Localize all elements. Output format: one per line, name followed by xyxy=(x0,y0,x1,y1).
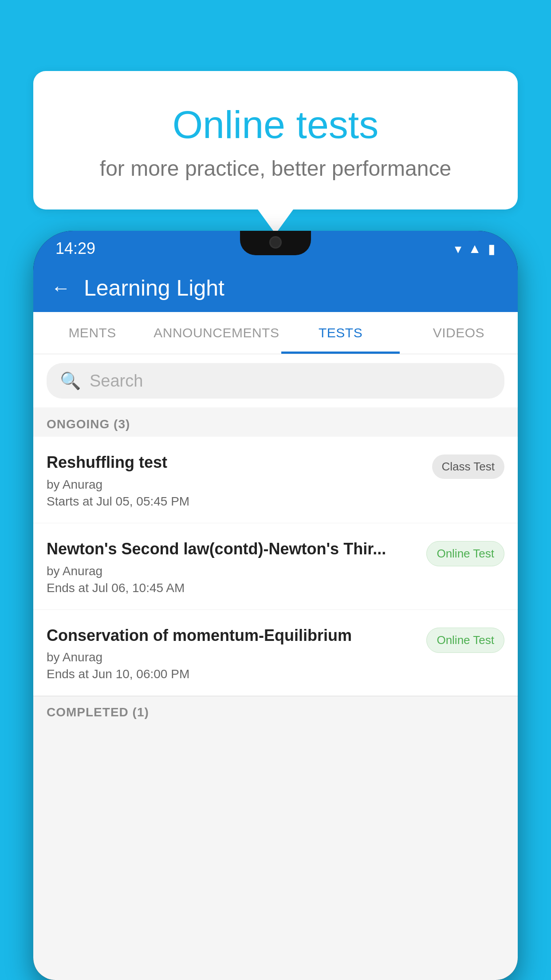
speech-bubble-arrow xyxy=(258,209,293,234)
ongoing-section-header: ONGOING (3) xyxy=(33,407,518,437)
notch-camera xyxy=(269,236,282,249)
back-button[interactable]: ← xyxy=(51,277,71,299)
signal-icon: ▲ xyxy=(468,241,481,256)
test-time-3: Ends at Jun 10, 06:00 PM xyxy=(47,667,417,681)
search-input[interactable]: Search xyxy=(90,371,143,391)
test-time-2: Ends at Jul 06, 10:45 AM xyxy=(47,581,417,595)
test-item-3[interactable]: Conservation of momentum-Equilibrium by … xyxy=(33,610,518,696)
test-time-1: Starts at Jul 05, 05:45 PM xyxy=(47,494,423,509)
app-header-title: Learning Light xyxy=(84,275,224,301)
test-item-2[interactable]: Newton's Second law(contd)-Newton's Thir… xyxy=(33,523,518,610)
ongoing-label: ONGOING (3) xyxy=(47,417,130,431)
tabs-bar: MENTS ANNOUNCEMENTS TESTS VIDEOS xyxy=(33,312,518,354)
phone-content: 🔍 Search ONGOING (3) Reshuffling test by… xyxy=(33,354,518,980)
phone-notch xyxy=(240,231,311,255)
test-author-2: by Anurag xyxy=(47,564,417,578)
status-time: 14:29 xyxy=(55,239,95,258)
test-list: Reshuffling test by Anurag Starts at Jul… xyxy=(33,437,518,696)
test-title-3: Conservation of momentum-Equilibrium xyxy=(47,625,417,646)
tab-ments[interactable]: MENTS xyxy=(33,312,151,354)
completed-section-header: COMPLETED (1) xyxy=(33,696,518,726)
test-author-3: by Anurag xyxy=(47,650,417,664)
speech-bubble-subtitle: for more practice, better performance xyxy=(60,156,491,181)
speech-bubble-title: Online tests xyxy=(60,102,491,147)
test-badge-2: Online Test xyxy=(426,541,504,566)
test-author-1: by Anurag xyxy=(47,478,423,492)
phone-frame: 14:29 ▾ ▲ ▮ ← Learning Light MENTS ANNOU… xyxy=(33,231,518,980)
test-item-1-info: Reshuffling test by Anurag Starts at Jul… xyxy=(47,452,432,509)
speech-bubble: Online tests for more practice, better p… xyxy=(33,71,518,209)
test-item-3-info: Conservation of momentum-Equilibrium by … xyxy=(47,625,426,682)
tab-announcements[interactable]: ANNOUNCEMENTS xyxy=(151,312,281,354)
test-title-1: Reshuffling test xyxy=(47,452,423,473)
tab-videos[interactable]: VIDEOS xyxy=(400,312,518,354)
wifi-icon: ▾ xyxy=(455,241,461,257)
battery-icon: ▮ xyxy=(488,241,496,257)
app-header: ← Learning Light xyxy=(33,266,518,312)
test-title-2: Newton's Second law(contd)-Newton's Thir… xyxy=(47,539,417,560)
speech-bubble-container: Online tests for more practice, better p… xyxy=(33,71,518,234)
tab-tests[interactable]: TESTS xyxy=(281,312,399,354)
test-item-2-info: Newton's Second law(contd)-Newton's Thir… xyxy=(47,539,426,595)
search-icon: 🔍 xyxy=(60,371,81,391)
status-icons: ▾ ▲ ▮ xyxy=(455,241,496,257)
test-item-1[interactable]: Reshuffling test by Anurag Starts at Jul… xyxy=(33,437,518,523)
test-badge-3: Online Test xyxy=(426,628,504,653)
completed-label-text: COMPLETED (1) xyxy=(47,705,149,719)
status-bar: 14:29 ▾ ▲ ▮ xyxy=(33,231,518,266)
search-input-wrapper[interactable]: 🔍 Search xyxy=(47,363,504,399)
test-badge-1: Class Test xyxy=(432,454,504,479)
search-bar-container: 🔍 Search xyxy=(33,354,518,407)
